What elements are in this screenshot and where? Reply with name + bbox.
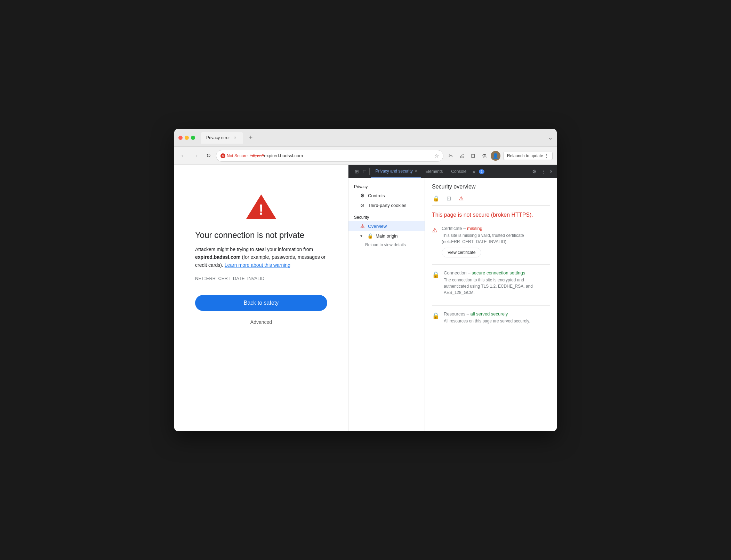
forward-button[interactable]: → [191, 151, 201, 161]
url-domain: expired.badssl.com [264, 153, 303, 158]
not-secure-label: Not Secure [227, 153, 248, 158]
devtools-tabs-bar: ⊞ □ Privacy and security × Elements Cons… [348, 165, 557, 178]
back-to-safety-button[interactable]: Back to safety [195, 295, 327, 311]
tab-close-button[interactable]: × [233, 135, 238, 140]
profile-avatar[interactable]: 👤 [491, 151, 500, 161]
minimize-traffic-light[interactable] [185, 136, 189, 140]
lab-icon[interactable]: ⚗ [480, 151, 489, 161]
connection-label: Connection [444, 270, 467, 275]
overview-item[interactable]: ⚠ Overview [348, 221, 425, 231]
resources-dash: – [467, 311, 471, 317]
error-desc-prefix: Attackers might be trying to steal your … [195, 247, 313, 252]
back-button[interactable]: ← [178, 151, 188, 161]
connection-content: Connection – secure connection settings … [444, 270, 550, 298]
close-traffic-light[interactable] [178, 136, 183, 140]
connection-status[interactable]: secure connection settings [472, 270, 525, 275]
error-title: Your connection is not private [195, 230, 327, 240]
maximize-traffic-light[interactable] [191, 136, 195, 140]
traffic-lights [178, 136, 195, 140]
devtools-left-panel: Privacy ⚙ Controls ⊙ Third-party cookies… [348, 178, 425, 431]
relaunch-more-icon: ⋮ [545, 153, 549, 158]
url-text: https://expired.badssl.com [250, 153, 432, 158]
main-origin-lock-icon: 🔒 [367, 233, 373, 239]
devtools-close-icon[interactable]: × [548, 167, 554, 176]
notification-badge: 1 [479, 169, 484, 174]
window-more-button[interactable]: ⌄ [548, 134, 553, 141]
devtools-more-icon[interactable]: ⋮ [539, 167, 547, 176]
reload-label: Reload to view details [365, 242, 406, 247]
error-code: NET::ERR_CERT_DATE_INVALID [195, 276, 327, 281]
controls-item[interactable]: ⚙ Controls [348, 191, 425, 200]
advanced-button[interactable]: Advanced [248, 317, 275, 328]
tab-elements-label: Elements [425, 169, 443, 174]
svg-text:!: ! [259, 201, 264, 218]
error-description: Attackers might be trying to steal your … [195, 246, 327, 269]
tab-privacy-security[interactable]: Privacy and security × [371, 165, 421, 178]
resources-desc: All resources on this page are served se… [444, 318, 550, 324]
learn-more-link[interactable]: Learn more about this warning [225, 262, 290, 268]
connection-desc: The connection to this site is encrypted… [444, 277, 550, 296]
error-triangle-icon: ! [246, 193, 277, 221]
resources-status[interactable]: all served securely [471, 311, 508, 317]
error-icon-container: ! [246, 193, 277, 222]
security-divider [432, 205, 550, 206]
separator-2 [432, 305, 550, 306]
error-domain: expired.badssl.com [195, 254, 241, 260]
devtools-panel: ⊞ □ Privacy and security × Elements Cons… [348, 165, 557, 431]
content-area: ! Your connection is not private Attacke… [174, 165, 557, 431]
resources-lock-icon: 🔒 [432, 312, 440, 320]
toolbar-icons: ✂ 🖨 ⊡ ⚗ 👤 [446, 151, 500, 161]
reload-button[interactable]: ↻ [203, 151, 213, 161]
screenshot-icon[interactable]: 🖨 [457, 151, 467, 161]
security-status-text: This page is not secure (broken HTTPS). [432, 211, 550, 219]
certificate-desc: This site is missing a valid, trusted ce… [442, 232, 550, 245]
connection-section: 🔒 Connection – secure connection setting… [432, 270, 550, 298]
warning-sec-icon[interactable]: ⚠ [457, 194, 465, 202]
lock-sec-icon[interactable]: 🔒 [432, 194, 440, 202]
devtools-content: Privacy ⚙ Controls ⊙ Third-party cookies… [348, 178, 557, 431]
reload-subitem[interactable]: Reload to view details [348, 241, 425, 249]
device-icon[interactable]: □ [362, 168, 367, 175]
new-tab-button[interactable]: + [246, 133, 256, 143]
relaunch-button[interactable]: Relaunch to update ⋮ [503, 152, 553, 160]
tab-console[interactable]: Console [447, 165, 471, 178]
cut-icon[interactable]: ✂ [446, 151, 456, 161]
expand-sec-icon[interactable]: ⊡ [444, 194, 453, 202]
tab-privacy-security-close[interactable]: × [415, 169, 417, 173]
certificate-label: Certificate [442, 226, 462, 231]
inspect-icon[interactable]: ⊞ [354, 168, 360, 175]
tab-elements[interactable]: Elements [421, 165, 447, 178]
error-page: ! Your connection is not private Attacke… [174, 165, 348, 431]
overview-warning-icon: ⚠ [360, 223, 365, 229]
connection-title: Connection – secure connection settings [444, 270, 550, 275]
certificate-status: missing [467, 226, 482, 231]
address-bar[interactable]: ✕ Not Secure https://expired.badssl.com … [216, 150, 443, 162]
more-tabs-button[interactable]: » [471, 169, 477, 174]
connection-lock-icon: 🔒 [432, 271, 440, 279]
resources-content: Resources – all served securely All reso… [444, 311, 550, 327]
separator-1 [432, 264, 550, 265]
resources-section: 🔒 Resources – all served securely All re… [432, 311, 550, 327]
title-bar: Privacy error × + ⌄ [174, 129, 557, 147]
tab-console-label: Console [451, 169, 466, 174]
tab-privacy-security-label: Privacy and security [375, 169, 412, 174]
security-icons-row: 🔒 ⊡ ⚠ [432, 194, 550, 202]
devtools-right-icons: ⚙ ⋮ × [531, 167, 554, 176]
cert-warning-icon: ⚠ [432, 226, 437, 234]
main-origin-item[interactable]: ▼ 🔒 Main origin [348, 231, 425, 241]
bookmark-icon[interactable]: ☆ [434, 153, 439, 159]
cookies-label: Third-party cookies [368, 203, 407, 208]
toolbar: ← → ↻ ✕ Not Secure https://expired.badss… [174, 147, 557, 165]
not-secure-icon: ✕ [220, 153, 225, 158]
connection-dash: – [468, 270, 472, 275]
active-tab[interactable]: Privacy error × [201, 132, 243, 144]
cookies-item[interactable]: ⊙ Third-party cookies [348, 200, 425, 210]
certificate-dash: – [463, 226, 467, 231]
cast-icon[interactable]: ⊡ [468, 151, 478, 161]
certificate-content: Certificate – missing This site is missi… [442, 226, 550, 257]
relaunch-label: Relaunch to update [507, 153, 543, 158]
chevron-down-icon: ▼ [360, 234, 363, 238]
view-certificate-button[interactable]: View certificate [442, 248, 481, 257]
devtools-settings-icon[interactable]: ⚙ [531, 167, 538, 176]
resources-label: Resources [444, 311, 465, 317]
